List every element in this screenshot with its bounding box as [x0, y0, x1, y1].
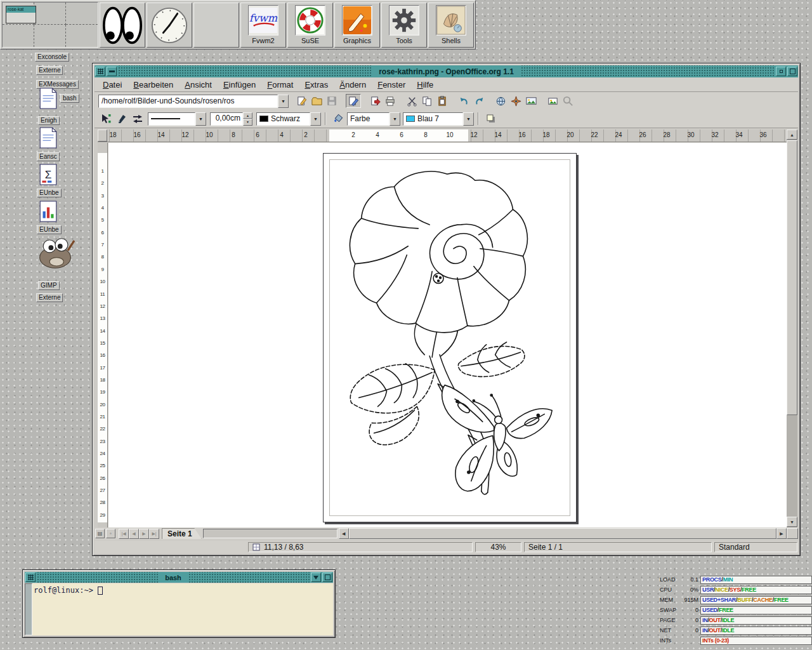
fill-attributes-button[interactable]	[330, 112, 346, 126]
menu-bearbeiten[interactable]: Bearbeiten	[128, 79, 179, 91]
maximize-button[interactable]	[322, 573, 332, 582]
document-icon[interactable]	[39, 127, 58, 150]
menu-ansicht[interactable]: Ansicht	[179, 79, 218, 91]
pager-desk-2[interactable]	[34, 3, 66, 25]
pager-desk-3[interactable]	[66, 3, 98, 25]
terminal-titlebar[interactable]: bash	[25, 572, 333, 583]
terminal-scrollbar[interactable]	[25, 583, 32, 635]
line-style-select[interactable]: ▼	[148, 112, 206, 126]
window-titlebar[interactable]: rose-kathrin.png - OpenOffice.org 1.1	[95, 65, 798, 77]
desktop-icon-label-gimp[interactable]: GIMP	[38, 281, 60, 290]
line-width-stepper[interactable]: 0,00cm ▲▼	[210, 112, 252, 126]
pager-mini-window[interactable]: rose-kat	[6, 6, 36, 23]
undo-icon[interactable]	[456, 94, 471, 108]
redo-icon[interactable]	[471, 94, 487, 108]
chevron-down-icon[interactable]: ▼	[463, 112, 474, 126]
pager-desk-6[interactable]	[66, 25, 98, 47]
export-pdf-icon[interactable]	[367, 94, 383, 108]
launcher-suse[interactable]: SuSE	[287, 3, 333, 48]
pager-desk-5[interactable]	[34, 25, 66, 47]
url-input[interactable]	[98, 95, 278, 108]
gimp-wilber-icon[interactable]	[36, 235, 75, 278]
horizontal-ruler[interactable]: 1816141210864224681012141618202224262830…	[98, 129, 787, 142]
gallery-icon[interactable]	[523, 94, 539, 108]
chevron-down-icon[interactable]: ▼	[310, 112, 321, 126]
arrow-style-button[interactable]	[129, 112, 145, 126]
terminal-text-area[interactable]: rolf@linux:~>	[32, 583, 333, 635]
fill-color-select[interactable]: Blau 7 ▼	[403, 112, 474, 126]
iconify-button[interactable]	[311, 573, 321, 582]
edit-points-button[interactable]	[98, 112, 114, 126]
first-page-button[interactable]: |◀	[119, 529, 129, 539]
desktop-icon-label-externe-1[interactable]: Externe	[36, 66, 63, 75]
step-down-icon[interactable]: ▼	[243, 119, 252, 126]
layer-mode-button[interactable]: ◦	[106, 529, 115, 538]
tab-seite-1[interactable]: Seite 1	[162, 528, 202, 539]
chevron-down-icon[interactable]: ▼	[278, 95, 289, 108]
line-attributes-button[interactable]	[114, 112, 129, 126]
chart-document-icon[interactable]	[39, 201, 58, 223]
status-style-field[interactable]: Standard	[714, 542, 797, 552]
shadow-button[interactable]	[483, 112, 499, 126]
scroll-left-button[interactable]: ◀	[339, 528, 349, 539]
horizontal-scrollbar[interactable]: ◀ ▶	[339, 528, 787, 539]
scroll-up-button[interactable]: ▲	[787, 129, 797, 140]
horizontal-scrollbar-thumb[interactable]	[349, 528, 776, 539]
status-coordinates-field[interactable]: 11,13 / 8,63	[248, 542, 473, 552]
menu-format[interactable]: Format	[261, 79, 299, 91]
next-page-button[interactable]: ▶	[139, 529, 149, 539]
desktop-icon-label-eansc[interactable]: Eansc	[37, 152, 60, 161]
previous-page-button[interactable]: ◀	[129, 529, 139, 539]
desktop-icon-label-eunbe-2[interactable]: EUnbe	[37, 225, 62, 234]
save-icon[interactable]	[324, 94, 339, 108]
zoom-icon[interactable]	[560, 94, 575, 108]
maximize-button[interactable]	[787, 67, 797, 76]
desktop-icon-label-exconsole[interactable]: Exconsole	[35, 53, 69, 62]
menu-fenster[interactable]: Fenster	[372, 79, 411, 91]
fvwm-pager[interactable]: rose-kat	[2, 2, 98, 48]
launcher-tools[interactable]: Tools	[381, 3, 427, 48]
vertical-scrollbar-thumb[interactable]	[787, 140, 797, 415]
scroll-right-button[interactable]: ▶	[776, 528, 787, 539]
status-zoom-field[interactable]: 43%	[475, 542, 521, 552]
desktop-icon-label-eunbe-1[interactable]: EUnbe	[37, 189, 62, 197]
menu-extras[interactable]: Extras	[299, 79, 334, 91]
menu-hilfe[interactable]: Hilfe	[411, 79, 439, 91]
drawing-page[interactable]	[323, 153, 577, 522]
chevron-down-icon[interactable]: ▼	[195, 112, 206, 126]
paste-icon[interactable]	[435, 94, 450, 108]
line-width-value[interactable]: 0,00cm	[210, 112, 243, 126]
menu-einfgen[interactable]: Einfügen	[218, 79, 261, 91]
cut-icon[interactable]	[404, 94, 419, 108]
desktop-icon-label-externe-2[interactable]: Externe	[36, 293, 63, 302]
page-mode-button[interactable]: ▤	[95, 529, 105, 538]
vertical-ruler[interactable]: 1234567891011121314151617181920212223242…	[98, 143, 108, 527]
window-shade-button[interactable]	[107, 67, 117, 76]
status-page-field[interactable]: Seite 1 / 1	[524, 542, 712, 552]
document-icon[interactable]	[39, 88, 58, 110]
desktop-icon-label-enigh[interactable]: Enigh	[38, 116, 60, 125]
vertical-scrollbar[interactable]: ▲ ▼	[787, 129, 797, 527]
launcher-shells[interactable]: Shells	[428, 3, 474, 48]
spreadsheet-icon[interactable]: Σ	[39, 164, 58, 187]
navigator-icon[interactable]	[508, 94, 523, 108]
window-menu-button[interactable]	[25, 573, 36, 582]
scroll-down-button[interactable]: ▼	[787, 517, 797, 527]
pager-desk-4[interactable]	[3, 25, 34, 47]
url-combobox[interactable]: ▼	[98, 95, 289, 108]
edit-mode-icon[interactable]	[346, 94, 361, 108]
fill-type-select[interactable]: Farbe ▼	[347, 112, 400, 126]
print-icon[interactable]	[383, 94, 398, 108]
stepper-buttons[interactable]: ▲▼	[243, 112, 252, 126]
menu-datei[interactable]: Datei	[97, 79, 128, 91]
step-up-icon[interactable]: ▲	[243, 112, 252, 119]
desktop-icon-label-bash[interactable]: bash	[60, 94, 79, 103]
drawing-canvas[interactable]	[108, 143, 787, 527]
launcher-fvwm2[interactable]: fvwm Fvwm2	[240, 3, 286, 48]
line-color-select[interactable]: Schwarz ▼	[256, 112, 321, 126]
hyperlink-icon[interactable]	[493, 94, 508, 108]
iconify-button[interactable]	[776, 67, 786, 76]
window-menu-button[interactable]	[95, 67, 105, 76]
launcher-graphics[interactable]: Graphics	[334, 3, 380, 48]
rose-drawing[interactable]	[324, 154, 576, 522]
